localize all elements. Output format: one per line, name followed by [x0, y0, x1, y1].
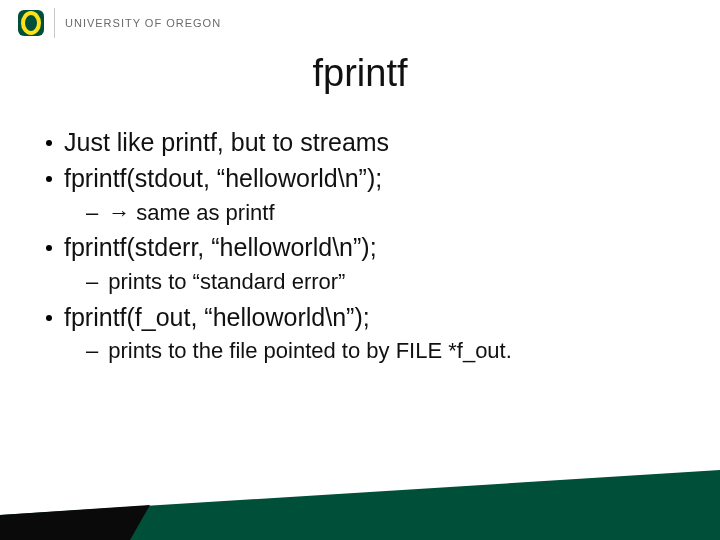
logo-bar: UNIVERSITY OF OREGON: [18, 6, 221, 40]
dash-icon: –: [86, 198, 98, 228]
svg-marker-2: [0, 470, 720, 540]
slide-title: fprintf: [0, 52, 720, 95]
logo-divider: [54, 8, 55, 38]
slide: UNIVERSITY OF OREGON fprintf Just like p…: [0, 0, 720, 540]
slide-content: Just like printf, but to streams fprintf…: [46, 126, 680, 370]
bullet-dot-icon: [46, 245, 52, 251]
bullet-text: prints to the file pointed to by FILE *f…: [108, 336, 512, 366]
org-name: UNIVERSITY OF OREGON: [65, 17, 221, 29]
bullet-text: prints to “standard error”: [108, 267, 345, 297]
svg-marker-3: [0, 505, 150, 540]
footer-decoration: [0, 460, 720, 540]
bullet-dot-icon: [46, 315, 52, 321]
sub-bullet-item: – prints to the file pointed to by FILE …: [86, 336, 680, 366]
bullet-dot-icon: [46, 140, 52, 146]
oregon-o-icon: [18, 6, 44, 40]
dash-icon: –: [86, 336, 98, 366]
bullet-item: fprintf(stdout, “helloworld\n”);: [46, 162, 680, 196]
bullet-item: fprintf(f_out, “helloworld\n”);: [46, 301, 680, 335]
bullet-text: fprintf(stderr, “helloworld\n”);: [64, 231, 377, 265]
bullet-item: fprintf(stderr, “helloworld\n”);: [46, 231, 680, 265]
bullet-text: fprintf(stdout, “helloworld\n”);: [64, 162, 382, 196]
bullet-text: fprintf(f_out, “helloworld\n”);: [64, 301, 370, 335]
bullet-item: Just like printf, but to streams: [46, 126, 680, 160]
dash-icon: –: [86, 267, 98, 297]
bullet-text: Just like printf, but to streams: [64, 126, 389, 160]
sub-bullet-item: – prints to “standard error”: [86, 267, 680, 297]
sub-bullet-item: – → same as printf: [86, 198, 680, 228]
bullet-text: → same as printf: [108, 198, 274, 228]
bullet-dot-icon: [46, 176, 52, 182]
